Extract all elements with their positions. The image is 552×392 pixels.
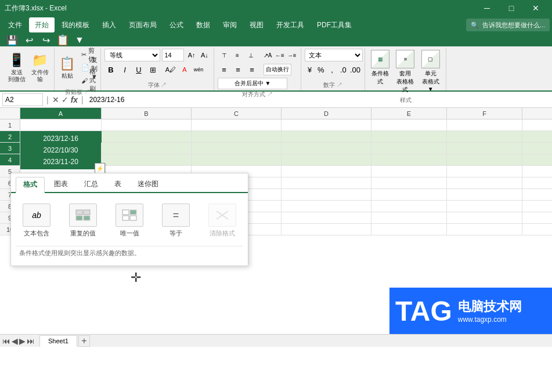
- cell-f3[interactable]: [447, 143, 522, 154]
- paste-button[interactable]: 📋 粘贴: [58, 49, 76, 87]
- cell-b4[interactable]: [102, 154, 192, 165]
- col-header-a[interactable]: A: [20, 108, 102, 119]
- maximize-button[interactable]: □: [500, 0, 523, 16]
- qa-tab-sparkline[interactable]: 迷你图: [131, 177, 165, 192]
- align-left-button[interactable]: ≡: [218, 63, 230, 76]
- cell-d4[interactable]: [282, 154, 371, 165]
- sheet-nav-prev[interactable]: ◀: [12, 336, 18, 346]
- cell-e3[interactable]: [371, 143, 447, 154]
- number-format-select[interactable]: 文本 常规 数字 货币 日期: [305, 49, 363, 61]
- col-header-e[interactable]: E: [371, 108, 447, 119]
- phonetic-button[interactable]: wén: [192, 63, 205, 76]
- bold-button[interactable]: B: [104, 63, 117, 76]
- align-bottom-button[interactable]: ⊥: [244, 49, 257, 61]
- close-button[interactable]: ✕: [524, 0, 547, 16]
- qa-tab-summary[interactable]: 汇总: [77, 177, 105, 192]
- decimal-increase[interactable]: .0: [338, 63, 348, 76]
- qa-tab-chart[interactable]: 图表: [47, 177, 75, 192]
- qa-option-unique[interactable]: 唯一值: [109, 200, 150, 241]
- wrap-text-button[interactable]: 自动换行: [264, 64, 291, 75]
- cell-name-input[interactable]: [2, 93, 43, 106]
- qa-option-clear[interactable]: 清除格式: [201, 200, 243, 241]
- cell-e1[interactable]: [371, 119, 447, 130]
- align-top-button[interactable]: ⊤: [218, 49, 230, 61]
- indent-decrease-button[interactable]: ←≡: [275, 49, 286, 61]
- file-transfer-button[interactable]: 📁 文件传输: [29, 49, 50, 87]
- col-header-f[interactable]: F: [447, 108, 522, 119]
- sheet-tab-1[interactable]: Sheet1: [39, 335, 77, 347]
- font-size-increase[interactable]: A↑: [186, 49, 197, 61]
- cell-e5[interactable]: [371, 166, 447, 177]
- col-header-b[interactable]: B: [102, 108, 192, 119]
- minimize-button[interactable]: ─: [475, 0, 499, 16]
- cell-d2[interactable]: [282, 131, 371, 142]
- font-color-button[interactable]: A: [178, 63, 191, 76]
- align-middle-button[interactable]: ≡: [231, 49, 244, 61]
- align-center-button[interactable]: ≡: [232, 63, 244, 76]
- menu-home[interactable]: 开始: [29, 17, 55, 32]
- add-sheet-button[interactable]: +: [78, 335, 90, 347]
- format-painter-button[interactable]: 🖌 格式刷: [78, 74, 101, 86]
- undo-button[interactable]: ↩: [21, 32, 37, 48]
- indent-increase-button[interactable]: →≡: [286, 49, 297, 61]
- underline-button[interactable]: U: [132, 63, 145, 76]
- conditional-format-button[interactable]: ▦ 条件格式: [369, 49, 392, 87]
- send-wechat-button[interactable]: 📱 发送到微信: [6, 49, 27, 87]
- table-format-button[interactable]: ≡ 套用表格格式: [394, 49, 417, 95]
- cell-e4[interactable]: [371, 154, 447, 165]
- cell-c3[interactable]: [192, 143, 282, 154]
- menu-review[interactable]: 审阅: [217, 17, 243, 32]
- merge-center-button[interactable]: 合并后居中 ▼: [218, 78, 287, 89]
- qa-option-duplicate[interactable]: 重复的值: [62, 200, 104, 241]
- qa-tab-table[interactable]: 表: [107, 177, 128, 192]
- search-box[interactable]: 🔍 告诉我您想要做什么...: [466, 19, 550, 31]
- sheet-nav-first[interactable]: ⏮: [2, 336, 10, 346]
- sheet-nav-last[interactable]: ⏭: [27, 336, 35, 346]
- menu-mytemplate[interactable]: 我的模板: [56, 17, 95, 32]
- qa-tab-format[interactable]: 格式: [16, 177, 45, 193]
- format-button[interactable]: 📋: [55, 32, 70, 48]
- cell-c2[interactable]: [192, 131, 282, 142]
- qa-option-equals[interactable]: = 等于: [155, 200, 197, 241]
- formula-input[interactable]: [87, 96, 550, 104]
- cut-button[interactable]: ✂ 剪切: [78, 49, 101, 61]
- menu-devtools[interactable]: 开发工具: [270, 17, 310, 32]
- col-header-d[interactable]: D: [282, 108, 371, 119]
- menu-pdf[interactable]: PDF工具集: [311, 17, 358, 32]
- quick-access-dropdown[interactable]: ▼: [72, 32, 87, 48]
- cell-f2[interactable]: [447, 131, 522, 142]
- cell-b2[interactable]: [102, 131, 192, 142]
- menu-view[interactable]: 视图: [244, 17, 269, 32]
- menu-pagelayout[interactable]: 页面布局: [123, 17, 163, 32]
- font-name-select[interactable]: 等线: [104, 49, 160, 61]
- cell-d5[interactable]: [282, 166, 371, 177]
- percent-format[interactable]: %: [316, 63, 326, 76]
- cell-a1[interactable]: [20, 119, 102, 130]
- menu-data[interactable]: 数据: [190, 17, 216, 32]
- quick-analysis-trigger[interactable]: ⚡: [95, 163, 105, 173]
- cell-b1[interactable]: [102, 119, 192, 130]
- cell-d3[interactable]: [282, 143, 371, 154]
- cell-f1[interactable]: [447, 119, 522, 130]
- currency-format[interactable]: ¥: [305, 63, 315, 76]
- redo-button[interactable]: ↪: [38, 32, 53, 48]
- font-size-input[interactable]: [164, 52, 182, 59]
- cell-f4[interactable]: [447, 154, 522, 165]
- cell-f5[interactable]: [447, 166, 522, 177]
- cell-c1[interactable]: [192, 119, 282, 130]
- menu-formula[interactable]: 公式: [164, 17, 189, 32]
- text-angle-button[interactable]: ↗A: [262, 49, 273, 61]
- highlight-color-button[interactable]: A🖊: [164, 63, 177, 76]
- comma-format[interactable]: ,: [327, 63, 337, 76]
- cell-b3[interactable]: [102, 143, 192, 154]
- font-size-decrease[interactable]: A↓: [199, 49, 210, 61]
- col-header-c[interactable]: C: [192, 108, 282, 119]
- cell-c4[interactable]: [192, 154, 282, 165]
- decimal-decrease[interactable]: .00: [349, 63, 361, 76]
- cell-style-button[interactable]: ▢ 单元表格式 ▼: [419, 49, 442, 93]
- sheet-nav-next[interactable]: ▶: [19, 336, 26, 346]
- cell-d1[interactable]: [282, 119, 371, 130]
- border-button[interactable]: ⊞: [146, 63, 159, 76]
- italic-button[interactable]: I: [118, 63, 131, 76]
- qa-option-text-contains[interactable]: ab 文本包含: [16, 200, 57, 241]
